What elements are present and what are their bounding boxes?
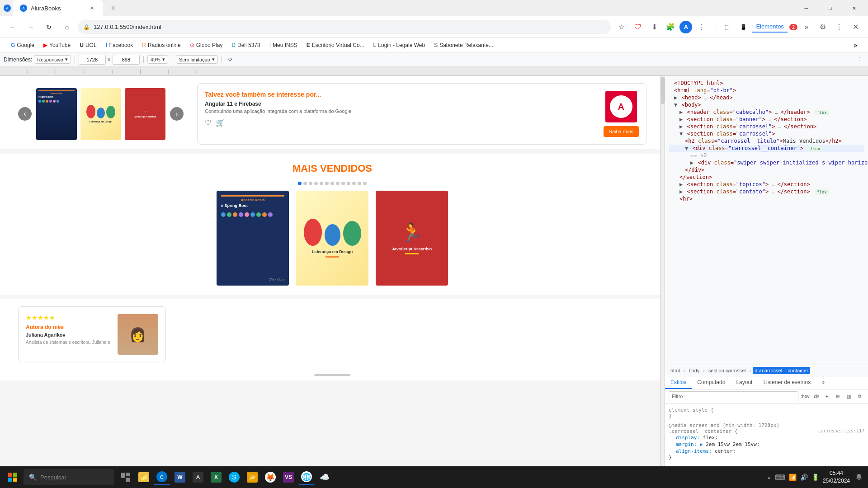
margin-expand-icon[interactable]: ▶ xyxy=(700,441,703,447)
devtools-menu-icon[interactable]: ⋮ xyxy=(832,20,846,34)
bookmark-dell[interactable]: D Dell 5378 xyxy=(228,40,264,50)
taskbar-icon-chrome[interactable]: 🌐 xyxy=(298,469,315,485)
rec-favorite-icon[interactable]: ♡ xyxy=(205,118,211,127)
taskbar-icon-edge[interactable]: e xyxy=(154,469,170,485)
filter-layers-btn[interactable]: ⧉ xyxy=(854,391,864,401)
settings-icon[interactable]: ⋮ xyxy=(694,20,708,34)
devtools-elements-tab[interactable]: Elementos xyxy=(752,21,787,33)
carousel-next-btn[interactable]: › xyxy=(170,107,184,121)
bc-html[interactable]: html xyxy=(669,367,682,374)
taskbar-icon-firefox[interactable]: 🦊 xyxy=(262,469,278,485)
close-button[interactable]: ✕ xyxy=(844,1,864,15)
tray-up-icon[interactable]: ▲ xyxy=(767,475,771,480)
battery-icon[interactable]: 🔋 xyxy=(811,474,819,481)
bookmark-escritorio[interactable]: E Escritório Virtual Co... xyxy=(303,40,368,50)
browser-tab[interactable]: A AluraBooks ✕ xyxy=(13,0,103,16)
styles-tab-listener[interactable]: Listener de eventos xyxy=(758,376,816,389)
taskbar-icon-font[interactable]: A xyxy=(190,469,206,485)
html-line-topicos[interactable]: ▶ <section class="topicos"> … </section> xyxy=(669,181,864,188)
html-line-header[interactable]: ▶ <header class="cabecalho"> … </header>… xyxy=(669,108,864,116)
bookmark-inss[interactable]: I Meu INSS xyxy=(266,40,301,50)
star-icon[interactable]: ☆ xyxy=(614,20,629,34)
back-button[interactable]: ← xyxy=(5,20,20,34)
address-bar[interactable]: 🔒 127.0.0.1:5500/index.html xyxy=(78,20,611,34)
book-thumbnail-lideranca[interactable]: Liderança em Design xyxy=(80,88,121,140)
html-line-h2[interactable]: <h2 class="carrossel__titulo">Mais Vendi… xyxy=(669,137,864,145)
bc-body[interactable]: body xyxy=(687,367,701,374)
search-box[interactable]: 🔍 Pesquisar xyxy=(24,469,114,485)
limit-select[interactable]: Sem limitação ▾ xyxy=(176,55,218,64)
taskbar-icon-skype[interactable]: S xyxy=(226,469,242,485)
styles-tab-more[interactable]: » xyxy=(816,376,830,389)
devtools-badge[interactable]: 2 xyxy=(789,24,797,30)
taskbar-icon-files[interactable]: 📂 xyxy=(244,469,260,485)
devtools-settings-icon[interactable]: ⚙ xyxy=(816,20,830,34)
html-line-body[interactable]: ▼ <body> xyxy=(669,101,864,108)
book-item-lideranca[interactable]: Liderança em Design xyxy=(296,191,368,286)
width-input[interactable] xyxy=(79,55,106,65)
filter-input[interactable] xyxy=(669,391,798,401)
home-button[interactable]: ⌂ xyxy=(60,20,74,34)
html-line-swiper[interactable]: ▶ <div class="swiper swiper-initialized … xyxy=(669,159,864,166)
html-line-section-banner[interactable]: ▶ <section class="banner"> … </section> xyxy=(669,116,864,123)
zoom-select[interactable]: 49% ▾ xyxy=(147,55,168,64)
filter-grid-btn[interactable]: ⊞ xyxy=(833,391,843,401)
adblock-icon[interactable]: 🛡 xyxy=(631,20,645,34)
dimensions-select[interactable]: Responsivo ▾ xyxy=(34,55,71,64)
extensions-icon[interactable]: 🧩 xyxy=(663,20,678,34)
filter-layout-btn[interactable]: ▥ xyxy=(844,391,854,401)
notifications-icon[interactable] xyxy=(854,472,864,483)
html-line-section-carrossel2[interactable]: ▼ <section class="carrossel"> xyxy=(669,130,864,137)
html-line-head[interactable]: ▶ <head> … </head> xyxy=(669,94,864,101)
filter-add-btn[interactable]: + xyxy=(822,391,832,401)
reload-button[interactable]: ↻ xyxy=(42,20,56,34)
filter-hov-btn[interactable]: :hov xyxy=(800,391,810,401)
book-thumbnail-kafka[interactable]: Apache Kafka e Spring Boot xyxy=(36,88,77,140)
new-tab-btn[interactable]: + xyxy=(105,0,121,16)
volume-icon[interactable]: 🔊 xyxy=(800,474,808,481)
viewport-scrollbar[interactable] xyxy=(660,76,665,479)
rotate-icon[interactable]: ⟳ xyxy=(226,56,235,63)
devtools-inspect-icon[interactable]: ⬚ xyxy=(720,20,734,34)
styles-tab-layout[interactable]: Layout xyxy=(731,376,758,389)
start-button[interactable] xyxy=(4,468,22,486)
devtools-device-icon[interactable]: 📱 xyxy=(736,20,750,34)
devtools-close-icon[interactable]: ✕ xyxy=(848,20,863,34)
html-line-contato[interactable]: ▶ <section class="contato"> … </section>… xyxy=(669,188,864,195)
html-line-div-container[interactable]: ▼ <div class="carrossel__container"> fle… xyxy=(669,145,864,152)
bookmark-sabonete[interactable]: S Sabonete Relaxante... xyxy=(430,40,497,50)
taskbar-icon-word[interactable]: W xyxy=(172,469,188,485)
book-item-js[interactable]: 🏃 JavaScript Assertivo xyxy=(376,191,448,286)
keyboard-icon[interactable]: ⌨ xyxy=(775,473,785,482)
taskbar-icon-excel[interactable]: X xyxy=(208,469,224,485)
taskview-button[interactable] xyxy=(118,469,134,485)
bookmark-google[interactable]: G Google xyxy=(7,40,38,50)
saiba-mais-button[interactable]: Saiba mais xyxy=(604,126,639,137)
height-input[interactable] xyxy=(113,55,140,65)
devtools-more-btn[interactable]: ⋮ xyxy=(854,56,864,63)
maximize-button[interactable]: □ xyxy=(820,1,840,15)
bookmark-radios[interactable]: R Radios online xyxy=(138,40,184,50)
profile-btn[interactable]: A xyxy=(679,21,692,33)
bc-section[interactable]: section.carrossel xyxy=(707,367,748,374)
bc-div-active[interactable]: div.carrossel__container xyxy=(753,367,810,374)
html-line-section-carrossel1[interactable]: ▶ <section class="carrossel"> … </sectio… xyxy=(669,123,864,130)
taskbar-icon-explorer[interactable]: 📁 xyxy=(136,469,152,485)
tab-close-btn[interactable]: ✕ xyxy=(88,4,96,12)
downloads-icon[interactable]: ⬇ xyxy=(647,20,661,34)
wifi-icon[interactable]: 📶 xyxy=(789,474,797,481)
bookmark-uol[interactable]: U UOL xyxy=(76,40,100,50)
carousel-prev-btn[interactable]: ‹ xyxy=(18,107,32,121)
clock-display[interactable]: 05:44 25/02/2024 xyxy=(823,469,850,485)
forward-button[interactable]: → xyxy=(24,20,38,34)
scrollbar-thumb[interactable] xyxy=(661,77,665,104)
styles-tab-estilos[interactable]: Estilos xyxy=(665,376,692,389)
taskbar-icon-vs[interactable]: VS xyxy=(280,469,297,485)
book-thumbnail-js[interactable]: 🏃 JavaScript Assertivo xyxy=(125,88,165,140)
devtools-more-icon[interactable]: » xyxy=(799,20,814,34)
bookmark-globo[interactable]: ⊙ Globo Play xyxy=(186,40,226,50)
bookmarks-more-icon[interactable]: » xyxy=(850,40,861,51)
bookmark-facebook[interactable]: f Facebook xyxy=(102,40,137,50)
filter-cls-btn[interactable]: .cls xyxy=(811,391,821,401)
bookmark-youtube[interactable]: ▶ YouTube xyxy=(40,40,74,50)
